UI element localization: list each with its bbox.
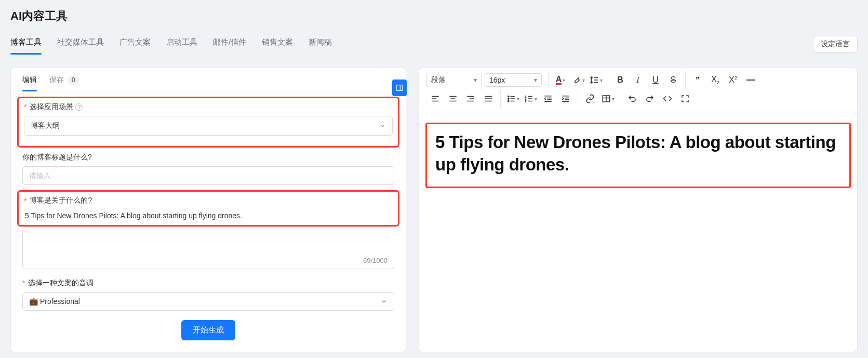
editor-heading-highlight: 5 Tips for New Drones Pilots: A blog abo…: [425, 123, 851, 188]
align-center-icon: [448, 94, 458, 103]
tone-select[interactable]: 💼 Professional: [22, 292, 394, 311]
required-asterisk: *: [24, 103, 26, 111]
unordered-list-button[interactable]: ▾: [504, 91, 522, 107]
format-select-value: 段落: [431, 75, 446, 85]
inner-tab-save[interactable]: 保存 0: [49, 75, 79, 91]
redo-button[interactable]: [641, 91, 659, 107]
about-label: * 博客是关于什么的?: [24, 196, 393, 205]
tab-social-media[interactable]: 社交媒体工具: [57, 33, 104, 55]
align-center-button[interactable]: [444, 91, 462, 107]
font-color-icon: A: [556, 76, 562, 85]
about-label-text: 博客是关于什么的?: [30, 196, 92, 205]
tab-email[interactable]: 邮件/信件: [213, 33, 246, 55]
scene-select-value: 博客大纲: [31, 121, 60, 130]
svg-point-20: [508, 100, 509, 101]
subscript-icon: X2: [711, 75, 719, 85]
top-tabs: 博客工具 社交媒体工具 广告文案 启动工具 邮件/信件 销售文案 新闻稿: [10, 33, 332, 55]
generate-button[interactable]: 开始生成: [181, 320, 235, 340]
help-icon[interactable]: ?: [75, 103, 83, 111]
indent-icon: [561, 94, 570, 103]
superscript-button[interactable]: X2: [724, 72, 742, 88]
font-size-select[interactable]: 16px ▾: [485, 73, 542, 87]
link-button[interactable]: [581, 91, 599, 107]
about-textarea[interactable]: [23, 231, 394, 251]
highlight-icon: [572, 75, 581, 85]
align-justify-button[interactable]: [479, 91, 497, 107]
inner-tab-edit[interactable]: 编辑: [22, 75, 37, 91]
tone-label-text: 选择一种文案的音调: [28, 279, 94, 288]
right-panel: 段落 ▾ 16px ▾ A ▾: [419, 68, 858, 352]
line-height-button[interactable]: ▾: [587, 72, 605, 88]
top-tabs-row: 博客工具 社交媒体工具 广告文案 启动工具 邮件/信件 销售文案 新闻稿 设定语…: [10, 33, 858, 55]
svg-point-19: [508, 98, 509, 99]
line-height-icon: [590, 75, 599, 85]
bold-icon: B: [617, 75, 623, 85]
panel-collapse-toggle[interactable]: [392, 79, 407, 96]
strikethrough-icon: S: [671, 75, 676, 85]
list-bullet-icon: [506, 94, 516, 103]
undo-button[interactable]: [623, 91, 641, 107]
underline-button[interactable]: U: [647, 72, 664, 88]
scene-label: * 选择应用场景 ?: [24, 102, 393, 112]
scene-select[interactable]: 博客大纲: [24, 116, 393, 136]
svg-point-18: [508, 96, 509, 97]
panel-right-icon: [395, 84, 404, 92]
required-asterisk: *: [24, 196, 26, 205]
outdent-icon: [543, 94, 553, 103]
svg-text:3: 3: [525, 100, 526, 103]
inner-tab-save-label: 保存: [49, 75, 64, 84]
underline-icon: U: [652, 75, 659, 85]
font-color-button[interactable]: A ▾: [552, 72, 569, 88]
title-input[interactable]: [22, 166, 394, 185]
fullscreen-button[interactable]: [676, 91, 694, 107]
align-right-button[interactable]: [462, 91, 479, 107]
redo-icon: [645, 94, 655, 103]
editor-toolbar: 段落 ▾ 16px ▾ A ▾: [419, 68, 857, 111]
editor-body[interactable]: 5 Tips for New Drones Pilots: A blog abo…: [419, 111, 857, 197]
subscript-button[interactable]: X2: [706, 72, 724, 88]
about-counter: 69/1000: [23, 254, 394, 269]
align-left-icon: [431, 94, 440, 103]
tab-sales[interactable]: 销售文案: [262, 33, 293, 55]
highlight-color-button[interactable]: ▾: [569, 72, 587, 88]
about-textarea-preview: 5 Tips for New Drones Pilots: A blog abo…: [24, 209, 393, 220]
quote-button[interactable]: ”: [689, 72, 706, 88]
ordered-list-button[interactable]: 123 ▾: [522, 91, 539, 107]
horizontal-rule-button[interactable]: [742, 72, 759, 88]
font-size-select-value: 16px: [489, 76, 505, 84]
outdent-button[interactable]: [539, 91, 557, 107]
inner-tab-save-badge: 0: [68, 75, 79, 85]
title-label: 你的博客标题是什么?: [22, 153, 394, 162]
undo-icon: [627, 94, 637, 103]
code-icon: [663, 94, 672, 103]
left-panel: 编辑 保存 0 * 选择应用场景 ? 博客大纲: [10, 68, 406, 352]
align-left-button[interactable]: [426, 91, 444, 107]
tab-blog-tools[interactable]: 博客工具: [10, 33, 42, 55]
tone-label: * 选择一种文案的音调: [22, 279, 394, 288]
tab-pressrelease[interactable]: 新闻稿: [309, 33, 332, 55]
scene-label-text: 选择应用场景: [30, 102, 73, 112]
tone-select-value: Professional: [40, 297, 80, 306]
tab-startup[interactable]: 启动工具: [166, 33, 197, 55]
tone-emoji: 💼: [29, 297, 38, 306]
italic-button[interactable]: I: [629, 72, 647, 88]
required-asterisk: *: [22, 279, 25, 287]
chevron-down-icon: [379, 122, 386, 129]
tab-advertisement[interactable]: 广告文案: [119, 33, 151, 55]
link-icon: [585, 94, 595, 103]
editor-heading[interactable]: 5 Tips for New Drones Pilots: A blog abo…: [435, 131, 841, 176]
quote-icon: ”: [696, 75, 700, 85]
bold-button[interactable]: B: [611, 72, 629, 88]
code-view-button[interactable]: [659, 91, 676, 107]
set-language-button[interactable]: 设定语言: [813, 36, 858, 52]
format-select[interactable]: 段落 ▾: [426, 73, 482, 87]
superscript-icon: X2: [729, 75, 737, 85]
table-icon: [602, 94, 611, 103]
page-title: AI内容工具: [10, 8, 858, 24]
strikethrough-button[interactable]: S: [664, 72, 682, 88]
fullscreen-icon: [680, 94, 690, 103]
table-button[interactable]: ▾: [599, 91, 617, 107]
indent-button[interactable]: [557, 91, 575, 107]
about-field-highlight: * 博客是关于什么的? 5 Tips for New Drones Pilots…: [17, 190, 399, 227]
svg-rect-0: [396, 85, 403, 91]
